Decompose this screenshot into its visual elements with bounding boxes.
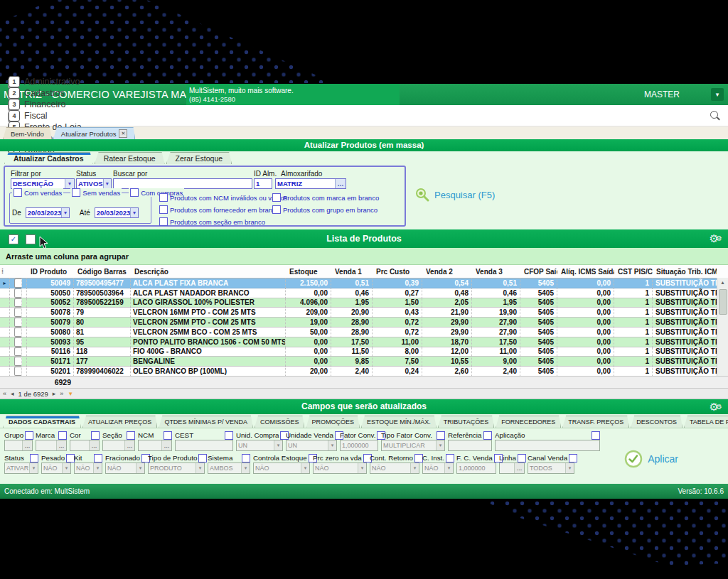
checkbox-icon[interactable] [159,217,168,226]
table-row[interactable]: 50052 789500522159 LACO GIRASSOL 100% PO… [0,298,728,308]
row-checkbox[interactable] [14,278,22,288]
row-select-cell[interactable] [10,298,27,308]
column-header[interactable]: Venda 1 [331,268,373,276]
field-enable-checkbox[interactable] [483,431,492,440]
menu-item[interactable]: 1 Administrativo [9,76,100,87]
sub-tab[interactable]: Zerar Estoque [166,152,232,164]
filter-funnel-icon[interactable]: ▼ [68,391,73,397]
update-tab[interactable]: DESCONTOS [631,416,682,428]
row-checkbox[interactable] [14,308,22,317]
field-control[interactable] [495,440,600,451]
field-control-suffix-icon[interactable] [93,463,102,473]
row-select-cell[interactable] [10,367,27,376]
field-control[interactable]: NÃO [370,462,419,474]
update-tab[interactable]: TRIBUTAÇÕES [438,416,494,428]
field-control-suffix-icon[interactable] [436,440,444,450]
sub-tab[interactable]: Atualizar Cadastros [4,152,93,164]
first-page-icon[interactable]: « [3,390,6,397]
field-control[interactable]: NÃO [74,462,102,474]
row-select-cell[interactable] [10,337,27,347]
scrollbar-thumb[interactable] [719,289,727,315]
field-control[interactable]: AMBOS [208,462,250,474]
field-enable-checkbox[interactable] [164,431,172,440]
filter-checkbox[interactable]: Produtos com marca em branco [272,193,379,202]
field-control-suffix-icon[interactable] [241,463,250,473]
field-enable-checkbox[interactable] [25,431,33,440]
field-control[interactable]: NÃO [41,462,71,474]
field-enable-checkbox[interactable] [518,454,526,462]
table-row[interactable]: 50201 789990406022 OLEO BRANCO BP (100ML… [0,367,728,377]
close-icon[interactable]: ✕ [119,129,127,138]
filter-checkbox[interactable]: Produtos com seção em branco [159,217,287,226]
search-icon[interactable] [710,111,718,119]
field-control-suffix-icon[interactable] [301,463,309,473]
field-control-suffix-icon[interactable] [410,463,419,473]
filter-checkbox[interactable]: Produtos com NCM inválidos ou vazios [159,193,287,202]
field-enable-checkbox[interactable] [91,431,100,440]
logged-user[interactable]: MASTER [644,84,680,105]
field-control[interactable]: NÃO [253,462,310,474]
row-checkbox[interactable] [14,367,22,376]
field-control-suffix-icon[interactable] [22,440,32,450]
row-checkbox[interactable] [14,318,22,327]
field-control[interactable] [448,440,492,451]
field-enable-checkbox[interactable] [198,454,207,462]
field-control[interactable]: PRODUTO [148,462,205,474]
document-tab[interactable]: Atualizar Produtos ✕ [53,127,136,139]
update-tab[interactable]: TABELA DE PREÇOS [684,416,728,428]
update-tab[interactable]: PROMOÇÕES [306,416,360,428]
user-menu-dropdown[interactable]: ▾ [711,88,724,101]
table-row[interactable]: 50078 79 VELCRON 16MM PTO - COM 25 MTS 2… [0,308,728,318]
row-checkbox[interactable] [14,288,22,298]
field-control-suffix-icon[interactable] [565,463,574,473]
date-from-select[interactable]: 20/03/2023 ▾ [26,207,70,218]
prev-page-icon[interactable]: ◂ [11,390,14,397]
checkbox-icon[interactable] [159,193,168,202]
field-enable-checkbox[interactable] [242,454,250,462]
vertical-scrollbar[interactable]: ▲ [717,278,728,376]
field-enable-checkbox[interactable] [127,431,135,440]
table-row[interactable]: 50171 177 BENGALINE 0,00 9,85 7,50 10,55… [0,357,728,367]
filter-checkbox[interactable]: Com vendas [12,188,63,197]
field-control-suffix-icon[interactable] [62,463,70,473]
row-checkbox[interactable] [14,337,22,347]
date-to-select[interactable]: 20/03/2023 ▾ [95,207,139,218]
filter-checkbox[interactable]: Sem vendas [70,188,122,197]
column-header[interactable]: Estoque [286,268,331,276]
update-tab[interactable]: ESTOQUE MÍN./MÁX. [361,416,437,428]
menu-item[interactable]: 2 Cadastros [9,87,100,99]
column-header[interactable]: Venda 2 [422,268,472,276]
field-control[interactable] [4,440,33,451]
menu-item[interactable]: 3 Financeiro [9,99,100,110]
field-enable-checkbox[interactable] [225,431,233,440]
scroll-up-icon[interactable]: ▲ [717,278,728,288]
row-checkbox[interactable] [14,328,22,337]
row-checkbox[interactable] [14,298,22,308]
gear-icon[interactable]: ⚙⚙ [710,399,722,416]
field-control[interactable]: NÃO [422,462,454,474]
buscar-por-input[interactable] [113,178,252,189]
field-control[interactable]: 1,000000 [456,462,496,474]
field-control[interactable] [138,440,172,451]
column-header[interactable]: Alíq. ICMS Saída [557,268,614,276]
field-control-suffix-icon[interactable] [196,463,204,473]
field-control-suffix-icon[interactable] [274,440,282,450]
field-control-suffix-icon[interactable] [136,463,144,473]
field-enable-checkbox[interactable] [569,454,577,462]
field-control-suffix-icon[interactable] [444,463,453,473]
checkbox-icon[interactable] [14,188,22,197]
update-tab[interactable]: FORNECEDORES [496,416,561,428]
sub-tab[interactable]: Ratear Estoque [95,152,165,164]
field-control[interactable]: NÃO [105,462,145,474]
table-row[interactable]: 50080 81 VELCRON 25MM BCO - COM 25 MTS 5… [0,328,728,337]
field-control[interactable] [36,440,67,451]
field-enable-checkbox[interactable] [592,431,600,440]
field-control[interactable]: ATIVAR [4,462,38,474]
column-header[interactable]: Prc Custo [373,268,422,276]
row-checkbox[interactable] [14,347,22,357]
row-select-cell[interactable] [10,357,27,366]
field-control-suffix-icon[interactable] [328,440,336,450]
field-enable-checkbox[interactable] [437,431,445,440]
field-control-suffix-icon[interactable] [358,463,366,473]
next-page-icon[interactable]: ▸ [53,390,56,397]
